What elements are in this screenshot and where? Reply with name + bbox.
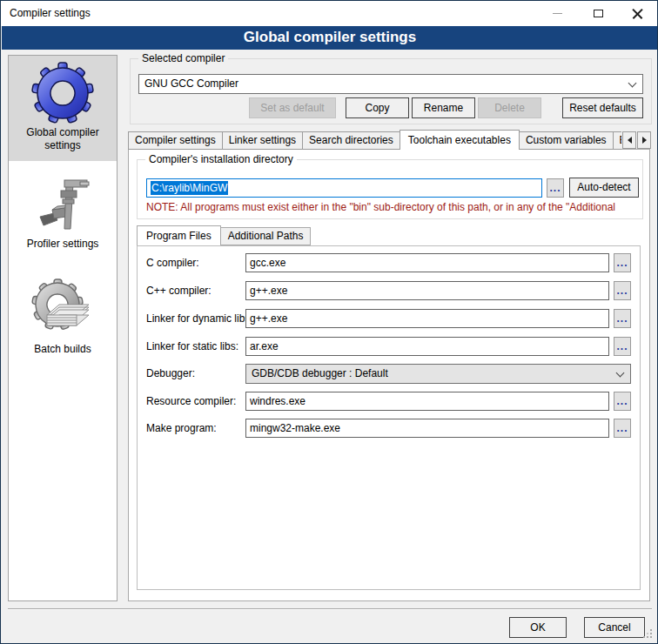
gear-stack-icon <box>31 278 94 341</box>
c-compiler-browse-button[interactable]: ... <box>614 253 631 272</box>
bin-subdirectory-note: NOTE: All programs must exist either in … <box>146 201 639 213</box>
page-title: Global compiler settings <box>2 26 658 50</box>
tab-custom-variables[interactable]: Custom variables <box>519 131 614 150</box>
window-title: Compiler settings <box>10 7 91 19</box>
field-row-linker-static: Linker for static libs: ... <box>138 337 640 356</box>
tab-compiler-settings[interactable]: Compiler settings <box>128 131 223 150</box>
resource-compiler-input[interactable] <box>245 392 609 411</box>
resource-compiler-browse-button[interactable]: ... <box>614 392 631 411</box>
program-files-page: C compiler: ... C++ compiler: ... Linker… <box>137 245 641 590</box>
compiler-select[interactable]: GNU GCC Compiler <box>138 74 643 94</box>
subtab-program-files[interactable]: Program Files <box>137 225 221 245</box>
sidebar-item-profiler-settings[interactable]: Profiler settings <box>9 168 117 257</box>
field-label: Linker for static libs: <box>146 340 238 352</box>
blue-gear-icon <box>31 62 94 124</box>
selected-text: C:\raylib\MinGW <box>151 181 228 195</box>
footer-separator <box>8 608 652 610</box>
installation-directory-input[interactable]: C:\raylib\MinGW <box>146 178 542 198</box>
installation-directory-group: Compiler's installation directory C:\ray… <box>137 159 643 219</box>
reset-defaults-button[interactable]: Reset defaults <box>562 97 643 118</box>
field-label: C++ compiler: <box>146 285 212 297</box>
close-icon <box>632 8 643 19</box>
field-label: Make program: <box>146 422 217 434</box>
set-as-default-button[interactable]: Set as default <box>249 97 336 118</box>
ok-button[interactable]: OK <box>509 617 567 638</box>
cpp-compiler-browse-button[interactable]: ... <box>614 281 631 300</box>
cancel-button[interactable]: Cancel <box>584 617 645 638</box>
debugger-select[interactable]: GDB/CDB debugger : Default <box>245 364 631 384</box>
tab-scroll-right-button[interactable] <box>637 131 651 149</box>
compiler-select-value: GNU GCC Compiler <box>144 77 238 90</box>
delete-button[interactable]: Delete <box>478 97 541 118</box>
caliper-icon <box>31 173 94 236</box>
linker-dynamic-browse-button[interactable]: ... <box>614 309 631 328</box>
field-row-cpp-compiler: C++ compiler: ... <box>138 281 640 300</box>
copy-button[interactable]: Copy <box>346 97 409 118</box>
minimize-button[interactable] <box>543 1 571 26</box>
compiler-settings-dialog: Compiler settings Global compiler settin… <box>0 0 658 644</box>
field-label: Linker for dynamic libs: <box>146 312 253 325</box>
arrow-right-icon <box>642 137 647 144</box>
debugger-select-value: GDB/CDB debugger : Default <box>252 367 388 379</box>
group-legend: Compiler's installation directory <box>145 153 297 165</box>
tab-linker-settings[interactable]: Linker settings <box>222 131 303 150</box>
sidebar-item-label: Batch builds <box>9 343 117 356</box>
make-program-browse-button[interactable]: ... <box>614 419 631 438</box>
field-row-debugger: Debugger: GDB/CDB debugger : Default <box>138 364 640 383</box>
sidebar-item-label: Profiler settings <box>9 238 117 251</box>
close-button[interactable] <box>623 1 651 26</box>
field-row-make-program: Make program: ... <box>138 419 640 438</box>
maximize-button[interactable] <box>584 1 612 26</box>
chevron-down-icon <box>616 369 625 378</box>
field-row-linker-dynamic: Linker for dynamic libs: ... <box>138 309 640 328</box>
chevron-down-icon <box>628 79 637 88</box>
sidebar-item-label: Global compiler settings <box>9 126 117 152</box>
auto-detect-button[interactable]: Auto-detect <box>569 178 639 198</box>
settings-tabstrip: Compiler settings Linker settings Search… <box>128 130 621 150</box>
resize-grip[interactable] <box>643 629 645 631</box>
tab-toolchain-executables[interactable]: Toolchain executables <box>400 130 520 150</box>
c-compiler-input[interactable] <box>245 253 609 272</box>
linker-static-browse-button[interactable]: ... <box>614 337 631 356</box>
minimize-icon <box>553 13 562 14</box>
linker-static-input[interactable] <box>245 337 609 356</box>
rename-button[interactable]: Rename <box>412 97 475 118</box>
tab-scroll-left-button[interactable] <box>622 131 636 149</box>
installation-directory-browse-button[interactable]: ... <box>547 178 564 198</box>
cpp-compiler-input[interactable] <box>245 281 609 300</box>
settings-category-list: Global compiler settings Profiler settin… <box>8 55 118 601</box>
program-paths-tabstrip: Program Files Additional Paths <box>137 225 311 245</box>
titlebar: Compiler settings <box>1 1 657 26</box>
sidebar-item-batch-builds[interactable]: Batch builds <box>9 273 117 369</box>
make-program-input[interactable] <box>245 419 609 438</box>
field-row-c-compiler: C compiler: ... <box>138 253 640 272</box>
sidebar-item-global-compiler-settings[interactable]: Global compiler settings <box>9 56 117 161</box>
linker-dynamic-input[interactable] <box>245 309 609 328</box>
group-legend: Selected compiler <box>138 52 228 64</box>
tab-search-directories[interactable]: Search directories <box>302 131 400 150</box>
arrow-left-icon <box>628 137 632 144</box>
maximize-icon <box>594 10 603 17</box>
toolchain-executables-page: Compiler's installation directory C:\ray… <box>128 149 650 601</box>
field-row-resource-compiler: Resource compiler: ... <box>138 392 640 411</box>
tab-build-options[interactable]: Build <box>613 131 621 150</box>
field-label: Debugger: <box>146 367 195 379</box>
field-label: Resource compiler: <box>146 395 236 407</box>
field-label: C compiler: <box>146 257 199 269</box>
subtab-additional-paths[interactable]: Additional Paths <box>220 227 312 245</box>
